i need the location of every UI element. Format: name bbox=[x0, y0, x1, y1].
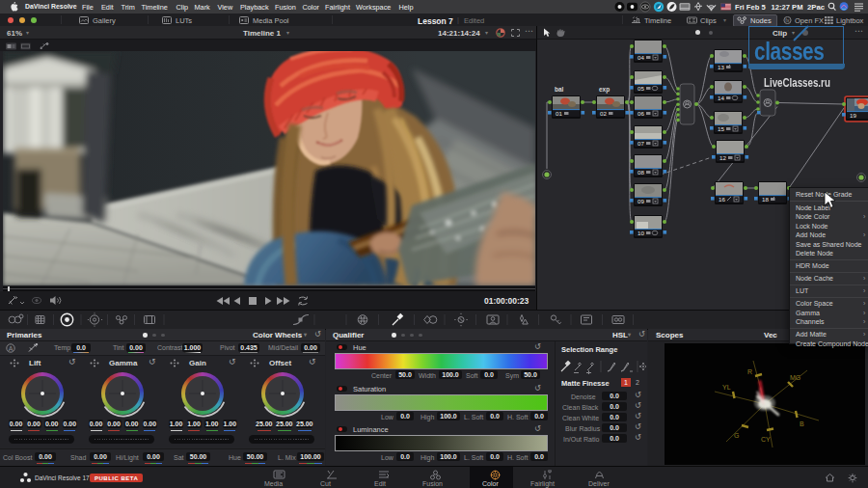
svg-text:B: B bbox=[800, 420, 804, 427]
svg-text:MG: MG bbox=[790, 374, 800, 381]
svg-text:13: 13 bbox=[718, 64, 724, 70]
svg-text:07: 07 bbox=[637, 140, 644, 147]
svg-text:18: 18 bbox=[762, 196, 769, 203]
svg-text:14: 14 bbox=[718, 95, 724, 101]
svg-text:06: 06 bbox=[637, 110, 644, 117]
svg-text:exp: exp bbox=[599, 86, 610, 94]
svg-text:G: G bbox=[734, 432, 739, 439]
svg-text:12: 12 bbox=[719, 154, 726, 161]
svg-text:16: 16 bbox=[719, 196, 725, 203]
svg-text:10: 10 bbox=[637, 230, 644, 236]
svg-text:bal: bal bbox=[555, 86, 564, 93]
svg-text:15: 15 bbox=[718, 125, 724, 132]
svg-text:05: 05 bbox=[637, 85, 644, 92]
svg-text:01: 01 bbox=[556, 110, 562, 117]
svg-text:YL: YL bbox=[722, 384, 731, 391]
svg-text:19: 19 bbox=[850, 112, 856, 119]
svg-text:02: 02 bbox=[600, 110, 607, 117]
svg-text:04: 04 bbox=[637, 54, 644, 61]
svg-text:08: 08 bbox=[637, 169, 644, 176]
svg-text:A: A bbox=[9, 345, 14, 352]
svg-text:09: 09 bbox=[637, 198, 644, 204]
svg-text:fx: fx bbox=[785, 17, 790, 23]
svg-text:R: R bbox=[747, 368, 752, 375]
svg-text:CY: CY bbox=[761, 436, 771, 443]
